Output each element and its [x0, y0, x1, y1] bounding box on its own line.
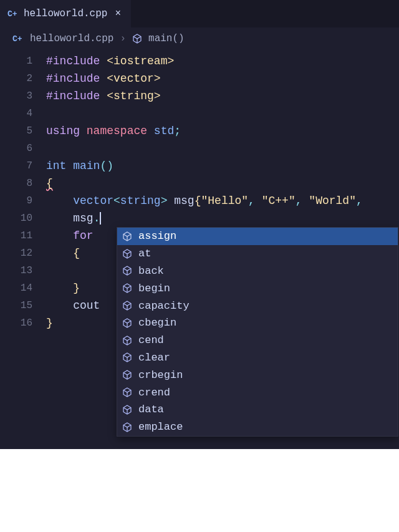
- breadcrumb: C+ helloworld.cpp › main(): [0, 27, 399, 50]
- tab-close-button[interactable]: ×: [112, 7, 123, 21]
- method-icon: [122, 283, 132, 293]
- autocomplete-item-clear[interactable]: clear: [117, 349, 398, 367]
- code-editor: C+ helloworld.cpp × C+ helloworld.cpp › …: [0, 0, 399, 449]
- autocomplete-label: at: [138, 248, 151, 259]
- cpp-file-icon: C+: [12, 33, 24, 44]
- autocomplete-item-data[interactable]: data: [117, 401, 398, 418]
- autocomplete-label: back: [138, 265, 164, 277]
- method-icon: [122, 301, 132, 311]
- autocomplete-popup: assignatbackbegincapacitycbegincendclear…: [117, 227, 398, 437]
- autocomplete-item-cbegin[interactable]: cbegin: [117, 314, 398, 332]
- chevron-right-icon: ›: [120, 33, 126, 44]
- cpp-file-icon: C+: [7, 8, 19, 19]
- code-line: #include <vector>: [46, 70, 399, 87]
- method-icon: [122, 266, 132, 276]
- line-gutter: 1 2 3 4 5 6 7 8 9 10 11 12 13 14 15 16: [0, 50, 46, 449]
- line-number: 9: [0, 192, 46, 210]
- line-number: 7: [0, 157, 46, 175]
- line-number: 8: [0, 175, 46, 192]
- autocomplete-label: crend: [138, 387, 170, 399]
- line-number: 2: [0, 70, 46, 87]
- method-icon: [122, 405, 132, 415]
- method-icon: [122, 318, 132, 328]
- line-number: 11: [0, 227, 46, 244]
- line-number: 6: [0, 140, 46, 157]
- method-icon: [122, 231, 132, 241]
- autocomplete-label: clear: [138, 352, 170, 364]
- code-line: [46, 140, 399, 157]
- line-number: 4: [0, 105, 46, 122]
- code-line: #include <iostream>: [46, 52, 399, 70]
- line-number: 3: [0, 87, 46, 105]
- autocomplete-label: begin: [138, 283, 170, 294]
- code-line: {: [46, 175, 399, 192]
- method-icon: [122, 352, 132, 362]
- line-number: 5: [0, 122, 46, 140]
- line-number: 1: [0, 52, 46, 70]
- tab-helloworld[interactable]: C+ helloworld.cpp ×: [0, 0, 131, 27]
- breadcrumb-symbol[interactable]: main(): [148, 33, 185, 44]
- method-icon: [122, 422, 132, 432]
- code-line: #include <string>: [46, 87, 399, 105]
- tab-filename: helloworld.cpp: [24, 8, 107, 19]
- autocomplete-label: cbegin: [138, 317, 176, 329]
- code-line: [46, 105, 399, 122]
- autocomplete-label: emplace: [138, 421, 183, 433]
- autocomplete-item-emplace[interactable]: emplace: [117, 418, 398, 436]
- line-number: 16: [0, 314, 46, 332]
- autocomplete-item-back[interactable]: back: [117, 263, 398, 280]
- autocomplete-label: data: [138, 404, 164, 415]
- breadcrumb-file[interactable]: helloworld.cpp: [30, 33, 113, 44]
- autocomplete-item-crbegin[interactable]: crbegin: [117, 366, 398, 384]
- text-cursor: [100, 212, 101, 225]
- code-line: using namespace std;: [46, 122, 399, 140]
- line-number: 13: [0, 262, 46, 279]
- editor-body: 1 2 3 4 5 6 7 8 9 10 11 12 13 14 15 16 #…: [0, 50, 399, 449]
- autocomplete-item-begin[interactable]: begin: [117, 279, 398, 297]
- autocomplete-item-cend[interactable]: cend: [117, 332, 398, 349]
- autocomplete-item-crend[interactable]: crend: [117, 384, 398, 401]
- line-number: 12: [0, 244, 46, 262]
- line-number: 10: [0, 210, 46, 227]
- line-number: 15: [0, 297, 46, 314]
- autocomplete-item-capacity[interactable]: capacity: [117, 297, 398, 314]
- method-icon: [122, 336, 132, 346]
- autocomplete-label: assign: [138, 230, 176, 242]
- method-icon: [122, 387, 132, 397]
- method-icon: [122, 370, 132, 380]
- tab-bar: C+ helloworld.cpp ×: [0, 0, 399, 27]
- autocomplete-item-at[interactable]: at: [117, 245, 398, 263]
- code-line: msg.: [46, 210, 399, 227]
- autocomplete-item-assign[interactable]: assign: [117, 228, 398, 245]
- method-icon: [122, 249, 132, 259]
- autocomplete-label: crbegin: [138, 369, 183, 381]
- method-icon: [132, 34, 142, 44]
- code-line: vector<string> msg{"Hello", "C++", "Worl…: [46, 192, 399, 210]
- line-number: 14: [0, 279, 46, 297]
- autocomplete-label: cend: [138, 334, 164, 346]
- autocomplete-label: capacity: [138, 300, 190, 312]
- code-line: int main(): [46, 157, 399, 175]
